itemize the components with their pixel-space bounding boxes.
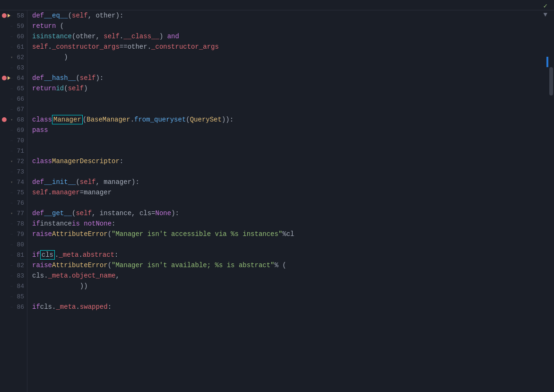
- gutter-row: –81: [0, 250, 27, 260]
- fold-col[interactable]: ▾: [9, 117, 15, 122]
- code-line: raise AttributeError("Manager isn't avai…: [32, 260, 548, 270]
- fold-icon[interactable]: ▾: [10, 55, 13, 60]
- fold-col[interactable]: –: [9, 273, 15, 279]
- fold-col[interactable]: –: [9, 148, 15, 154]
- breakpoint-col[interactable]: [0, 76, 9, 80]
- gutter-row: –85: [0, 291, 27, 302]
- code-line: def __eq__(self, other):: [32, 10, 548, 21]
- fold-col[interactable]: ▾: [9, 211, 15, 216]
- line-number: 61: [15, 44, 27, 51]
- fold-col[interactable]: –: [9, 65, 15, 70]
- code-line: if cls._meta.swapped:: [32, 302, 548, 312]
- fold-placeholder: –: [10, 200, 13, 206]
- title-bar: [0, 0, 554, 10]
- fold-placeholder: –: [10, 294, 13, 299]
- fold-col[interactable]: –: [9, 190, 15, 195]
- line-number: 77: [15, 210, 27, 217]
- code-line: [32, 146, 548, 156]
- gutter-row: –64: [0, 73, 27, 83]
- fold-placeholder: –: [10, 24, 13, 29]
- gutter-row: ▾77: [0, 208, 27, 218]
- gutter-row: –76: [0, 198, 27, 208]
- line-number: 64: [15, 75, 27, 82]
- line-number: 81: [15, 252, 27, 259]
- check-icon[interactable]: ✓: [544, 2, 547, 10]
- gutter-row: –58: [0, 10, 27, 21]
- gutter-row: –80: [0, 239, 27, 250]
- fold-placeholder: –: [10, 232, 13, 237]
- fold-col[interactable]: –: [9, 200, 15, 206]
- fold-col[interactable]: ▾: [9, 55, 15, 60]
- gutter-row: –67: [0, 104, 27, 114]
- fold-col[interactable]: –: [9, 263, 15, 268]
- code-line: isinstance(other, self.__class__) and: [32, 31, 548, 42]
- fold-col[interactable]: –: [9, 169, 15, 174]
- gutter-row: –65: [0, 83, 27, 94]
- top-right-icons: ✓ ▼: [544, 0, 547, 18]
- fold-placeholder: –: [10, 65, 13, 70]
- line-number: 75: [15, 189, 27, 196]
- breakpoint-dot: [2, 13, 7, 18]
- gutter-row: –70: [0, 135, 27, 146]
- gutter-row: –82: [0, 260, 27, 270]
- gutter-row: –84: [0, 281, 27, 291]
- fold-col[interactable]: –: [9, 24, 15, 29]
- gutter-row: –59: [0, 21, 27, 31]
- code-line: [32, 94, 548, 104]
- fold-col[interactable]: –: [9, 242, 15, 247]
- code-line: [32, 135, 548, 146]
- fold-icon[interactable]: ▾: [10, 159, 13, 164]
- code-lines: def __eq__(self, other): return ( isinst…: [32, 10, 548, 312]
- fold-col[interactable]: –: [9, 253, 15, 258]
- code-line: ): [32, 52, 548, 62]
- fold-placeholder: –: [10, 169, 13, 174]
- code-line: if instance is not None:: [32, 218, 548, 229]
- code-area: def __eq__(self, other): return ( isinst…: [27, 10, 548, 392]
- scrollbar-thumb[interactable]: [549, 67, 553, 96]
- fold-col[interactable]: –: [9, 44, 15, 50]
- fold-col[interactable]: –: [9, 96, 15, 102]
- line-number: 83: [15, 272, 27, 279]
- line-number: 58: [15, 12, 27, 19]
- code-line: [32, 166, 548, 177]
- code-line: pass: [32, 125, 548, 135]
- line-number: 63: [15, 64, 27, 71]
- line-number: 65: [15, 85, 27, 92]
- fold-placeholder: –: [10, 284, 13, 289]
- fold-placeholder: –: [10, 44, 13, 50]
- code-line: return id(self): [32, 83, 548, 94]
- fold-placeholder: –: [10, 76, 13, 81]
- fold-col[interactable]: –: [9, 34, 15, 39]
- fold-col[interactable]: –: [9, 86, 15, 91]
- breakpoint-col[interactable]: [0, 117, 9, 122]
- fold-placeholder: –: [10, 273, 13, 279]
- code-line: def __get__(self, instance, cls=None):: [32, 208, 548, 218]
- gutter-row: –61: [0, 42, 27, 52]
- fold-placeholder: –: [10, 138, 13, 143]
- breakpoint-col[interactable]: [0, 13, 9, 18]
- line-number: 82: [15, 262, 27, 269]
- fold-icon[interactable]: ▾: [10, 180, 13, 185]
- fold-icon[interactable]: ▾: [10, 117, 13, 122]
- fold-col[interactable]: –: [9, 107, 15, 112]
- fold-col[interactable]: ▾: [9, 180, 15, 185]
- arrow-down-icon[interactable]: ▼: [544, 11, 547, 18]
- scrollbar-track[interactable]: [548, 10, 554, 392]
- line-number: 73: [15, 168, 27, 175]
- fold-placeholder: –: [10, 242, 13, 247]
- fold-col[interactable]: –: [9, 138, 15, 143]
- gutter-row: –66: [0, 94, 27, 104]
- fold-col[interactable]: –: [9, 284, 15, 289]
- fold-col[interactable]: –: [9, 294, 15, 299]
- gutter-row: –78: [0, 218, 27, 229]
- fold-col[interactable]: –: [9, 232, 15, 237]
- fold-col[interactable]: ▾: [9, 159, 15, 164]
- fold-col[interactable]: –: [9, 128, 15, 133]
- fold-icon[interactable]: ▾: [10, 211, 13, 216]
- code-line: )): [32, 281, 548, 291]
- fold-placeholder: –: [10, 13, 13, 18]
- fold-col[interactable]: –: [9, 305, 15, 310]
- line-number: 70: [15, 137, 27, 144]
- fold-placeholder: –: [10, 128, 13, 133]
- fold-col[interactable]: –: [9, 221, 15, 226]
